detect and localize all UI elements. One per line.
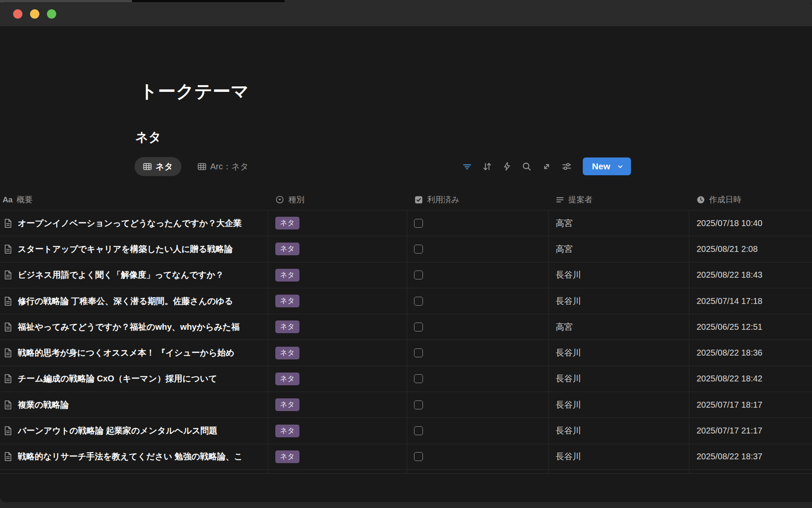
filter-icon[interactable] — [462, 161, 473, 172]
used-cell[interactable] — [407, 418, 549, 444]
fullscreen-button[interactable] — [47, 9, 56, 19]
title-cell[interactable]: ビジネス用語でよく聞く「解像度」ってなんですか？ — [0, 262, 268, 288]
proposer-cell[interactable]: 高宮 — [549, 236, 689, 262]
used-checkbox[interactable] — [414, 219, 423, 228]
search-icon[interactable] — [521, 161, 532, 172]
view-tab-neta[interactable]: ネタ — [134, 157, 181, 176]
created-cell[interactable]: 2025/08/22 18:36 — [689, 340, 812, 366]
used-cell[interactable] — [407, 288, 549, 314]
used-cell[interactable] — [407, 210, 549, 236]
close-button[interactable] — [13, 9, 22, 19]
table-row[interactable]: 戦略的なリサーチ手法を教えてください 勉強の戦略論、こ ネタ 長谷川 2025/… — [0, 444, 812, 470]
automations-icon[interactable] — [502, 161, 513, 172]
table-row[interactable]: 福祉やってみてどうですか？福祉のwhy、whyからみた福 ネタ 高宮 2025/… — [0, 314, 812, 340]
column-label: 提案者 — [568, 194, 593, 205]
used-checkbox[interactable] — [414, 374, 423, 383]
table-row[interactable]: スタートアップでキャリアを構築したい人に贈る戦略論 ネタ 高宮 2025/08/… — [0, 236, 812, 262]
created-cell[interactable]: 2025/07/14 17:18 — [689, 288, 812, 314]
chevron-down-icon[interactable] — [616, 163, 624, 171]
type-cell[interactable]: ネタ — [268, 340, 407, 366]
column-header-used[interactable]: 利用済み — [407, 189, 549, 210]
type-cell[interactable]: ネタ — [268, 392, 407, 418]
title-cell[interactable]: チーム編成の戦略論 CxO（キーマン）採用について — [0, 366, 268, 392]
column-header-created[interactable]: 作成日時 — [689, 189, 812, 210]
type-cell[interactable]: ネタ — [268, 288, 407, 314]
created-cell[interactable]: 2025/08/21 2:08 — [689, 236, 812, 262]
used-checkbox[interactable] — [414, 452, 423, 461]
type-tag: ネタ — [275, 217, 299, 229]
column-header-type[interactable]: 種別 — [268, 189, 407, 210]
used-cell[interactable] — [407, 340, 549, 366]
used-cell[interactable] — [407, 444, 549, 470]
table-row[interactable]: ビジネス用語でよく聞く「解像度」ってなんですか？ ネタ 長谷川 2025/08/… — [0, 262, 812, 288]
window-titlebar[interactable] — [0, 2, 812, 26]
proposer-cell[interactable]: 長谷川 — [549, 262, 689, 288]
used-cell[interactable] — [407, 236, 549, 262]
table-row[interactable]: オープンイノベーションってどうなったんですか？大企業 ネタ 高宮 2025/07… — [0, 210, 812, 236]
view-settings-icon[interactable] — [561, 161, 572, 172]
proposer-cell[interactable]: 長谷川 — [549, 288, 689, 314]
view-tab-arc-neta[interactable]: Arc：ネタ — [189, 157, 257, 176]
table-view-icon — [198, 162, 206, 171]
title-cell[interactable]: オープンイノベーションってどうなったんですか？大企業 — [0, 210, 268, 236]
type-cell[interactable]: ネタ — [268, 210, 407, 236]
title-cell[interactable]: バーンアウトの戦略論 起業家のメンタルヘルス問題 — [0, 418, 268, 444]
type-cell[interactable]: ネタ — [268, 236, 407, 262]
used-cell[interactable] — [407, 262, 549, 288]
proposer-text: 長谷川 — [556, 373, 581, 384]
title-cell[interactable]: 戦略的なリサーチ手法を教えてください 勉強の戦略論、こ — [0, 444, 268, 470]
minimize-button[interactable] — [30, 9, 39, 19]
table-row[interactable]: チーム編成の戦略論 CxO（キーマン）採用について ネタ 長谷川 2025/08… — [0, 366, 812, 392]
collection-heading[interactable]: ネタ — [135, 129, 161, 146]
used-checkbox[interactable] — [414, 400, 423, 409]
new-button[interactable]: New — [583, 157, 631, 175]
title-cell[interactable]: 戦略的思考が身につくオススメ本！ 『イシューから始め — [0, 340, 268, 366]
proposer-cell[interactable]: 高宮 — [549, 314, 689, 340]
column-header-proposer[interactable]: 提案者 — [549, 189, 689, 210]
title-cell[interactable]: スタートアップでキャリアを構築したい人に贈る戦略論 — [0, 236, 268, 262]
row-title: 複業の戦略論 — [18, 399, 268, 411]
table-row[interactable]: 複業の戦略論 ネタ 長谷川 2025/07/17 18:17 — [0, 392, 812, 418]
proposer-cell[interactable]: 長谷川 — [549, 366, 689, 392]
created-cell[interactable]: 2025/07/18 10:40 — [689, 210, 812, 236]
used-cell[interactable] — [407, 392, 549, 418]
type-cell[interactable]: ネタ — [268, 314, 407, 340]
page-icon — [3, 373, 13, 384]
created-cell[interactable]: 2025/07/17 18:17 — [689, 392, 812, 418]
proposer-cell[interactable]: 長谷川 — [549, 444, 689, 470]
type-cell[interactable]: ネタ — [268, 366, 407, 392]
type-cell[interactable]: ネタ — [268, 444, 407, 470]
used-checkbox[interactable] — [414, 245, 423, 254]
proposer-cell[interactable]: 長谷川 — [549, 392, 689, 418]
page-title[interactable]: トークテーマ — [140, 80, 249, 103]
created-cell[interactable]: 2025/08/22 18:37 — [689, 444, 812, 470]
used-checkbox[interactable] — [414, 426, 423, 435]
created-cell[interactable]: 2025/07/17 21:17 — [689, 418, 812, 444]
type-cell[interactable]: ネタ — [268, 262, 407, 288]
used-checkbox[interactable] — [414, 271, 423, 279]
table-row[interactable]: 戦略的思考が身につくオススメ本！ 『イシューから始め ネタ 長谷川 2025/0… — [0, 340, 812, 366]
table-row[interactable]: バーンアウトの戦略論 起業家のメンタルヘルス問題 ネタ 長谷川 2025/07/… — [0, 418, 812, 444]
views-toolbar-row: ネタ Arc：ネタ — [134, 157, 812, 176]
used-checkbox[interactable] — [414, 348, 423, 357]
created-cell[interactable]: 2025/08/22 18:42 — [689, 366, 812, 392]
proposer-cell[interactable]: 長谷川 — [549, 340, 689, 366]
title-cell[interactable]: 福祉やってみてどうですか？福祉のwhy、whyからみた福 — [0, 314, 268, 340]
created-time-text: 2025/08/22 18:43 — [697, 270, 763, 280]
used-cell[interactable] — [407, 366, 549, 392]
title-cell[interactable]: 複業の戦略論 — [0, 392, 268, 418]
created-cell[interactable]: 2025/06/25 12:51 — [689, 314, 812, 340]
created-cell[interactable]: 2025/08/22 18:43 — [689, 262, 812, 288]
expand-icon[interactable] — [541, 161, 552, 172]
proposer-cell[interactable]: 高宮 — [549, 210, 689, 236]
used-cell[interactable] — [407, 314, 549, 340]
used-checkbox[interactable] — [414, 323, 423, 331]
title-cell[interactable]: 修行の戦略論 丁稚奉公、深く潜る期間。佐藤さんのゆる — [0, 288, 268, 314]
proposer-cell[interactable]: 長谷川 — [549, 418, 689, 444]
column-header-summary[interactable]: Aa 概要 — [0, 189, 268, 210]
used-checkbox[interactable] — [414, 297, 423, 306]
column-label: 種別 — [288, 194, 304, 205]
table-row[interactable]: 修行の戦略論 丁稚奉公、深く潜る期間。佐藤さんのゆる ネタ 長谷川 2025/0… — [0, 288, 812, 314]
sort-icon[interactable] — [482, 161, 493, 172]
type-cell[interactable]: ネタ — [268, 418, 407, 444]
